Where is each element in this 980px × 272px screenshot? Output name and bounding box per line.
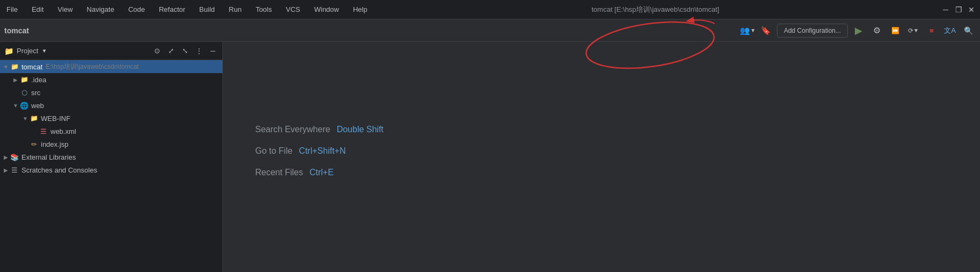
sidebar-title: Project — [17, 47, 38, 55]
menu-view[interactable]: View — [55, 4, 75, 15]
arrow-icon: ▼ — [21, 116, 29, 121]
menu-tools[interactable]: Tools — [254, 4, 274, 15]
people-icon: 👥 — [740, 26, 750, 35]
tree-item-webxml[interactable]: ☰ web.xml — [0, 125, 222, 138]
translate-button[interactable]: 文A — [942, 23, 957, 38]
menu-vcs[interactable]: VCS — [284, 4, 302, 15]
dropdown-arrow-icon: ▼ — [41, 48, 47, 54]
xml-icon: ☰ — [39, 126, 48, 136]
folder-icon: 📁 — [4, 47, 13, 55]
sidebar-expand-button[interactable]: ⤢ — [165, 46, 176, 56]
window-title: tomcat [E:\hsp培训\javaweb\csdn\tomcat] — [379, 5, 932, 15]
tree-item-external-libraries[interactable]: ▶ 📚 External Libraries — [0, 151, 222, 163]
project-title: tomcat — [4, 26, 29, 35]
run-icon: ▶ — [855, 25, 862, 37]
pin-icon: 🔖 — [761, 26, 771, 35]
gear-icon: ⚙ — [873, 25, 881, 35]
stop-button[interactable]: ■ — [924, 23, 939, 38]
hint-label-goto: Go to File — [255, 146, 292, 156]
menu-navigate[interactable]: Navigate — [84, 4, 116, 15]
hint-shortcut-goto: Ctrl+Shift+N — [299, 146, 345, 156]
menu-file[interactable]: File — [4, 4, 20, 15]
tree-item-indexjsp[interactable]: ✏ index.jsp — [0, 138, 222, 151]
pin-button[interactable]: 🔖 — [759, 23, 774, 38]
menu-code[interactable]: Code — [126, 4, 147, 15]
arrow-icon: ▼ — [12, 103, 19, 109]
search-icon: 🔍 — [964, 26, 973, 35]
sidebar-hide-button[interactable]: ─ — [207, 46, 218, 56]
hint-search-everywhere: Search Everywhere Double Shift — [255, 125, 980, 134]
tree-item-tomcat[interactable]: ▼ 📁 tomcat E:\hsp培训\javaweb\csdn\tomcat — [0, 60, 222, 73]
sidebar-sync-button[interactable]: ⊙ — [152, 46, 162, 56]
sidebar: 📁 Project ▼ ⊙ ⤢ ⤡ ⋮ ─ ▼ 📁 tomcat E:\hsp培… — [0, 42, 223, 272]
sidebar-header: 📁 Project ▼ ⊙ ⤢ ⤡ ⋮ ─ — [0, 42, 222, 60]
settings-button[interactable]: ⚙ — [869, 23, 884, 38]
menu-refactor[interactable]: Refactor — [157, 4, 188, 15]
hint-shortcut-recent: Ctrl+E — [309, 168, 334, 177]
scratches-icon: ☰ — [10, 165, 19, 175]
tree-item-scratches[interactable]: ▶ ☰ Scratches and Consoles — [0, 163, 222, 176]
main-area: 📁 Project ▼ ⊙ ⤢ ⤡ ⋮ ─ ▼ 📁 tomcat E:\hsp培… — [0, 42, 980, 272]
run-coverage-button[interactable]: ⏩ — [888, 23, 903, 38]
dropdown-arrow: ▼ — [750, 27, 755, 33]
add-configuration-button[interactable]: Add Configuration... — [777, 24, 848, 38]
arrow-placeholder — [12, 90, 19, 96]
arrow-icon: ▶ — [12, 77, 19, 83]
menu-build[interactable]: Build — [197, 4, 217, 15]
hint-recent-files: Recent Files Ctrl+E — [255, 168, 980, 177]
folder-icon: 📁 — [29, 113, 39, 123]
hint-label-recent: Recent Files — [255, 168, 303, 177]
arrow-icon: ▼ — [2, 64, 10, 70]
arrow-placeholder — [21, 141, 29, 147]
folder-blue-icon: 📁 — [19, 75, 29, 84]
search-button[interactable]: 🔍 — [961, 23, 976, 38]
src-icon: ⬡ — [19, 88, 29, 97]
title-bar: File Edit View Navigate Code Refactor Bu… — [0, 0, 980, 19]
tree-item-src[interactable]: ⬡ src — [0, 86, 222, 99]
menu-window[interactable]: Window — [312, 4, 341, 15]
collab-button[interactable]: 👥 ▼ — [740, 23, 755, 38]
profiler-icon: ⟳ — [908, 27, 913, 34]
profiler-dropdown-arrow: ▼ — [913, 27, 919, 33]
tree-label: .idea — [31, 76, 46, 84]
tree-label: web — [31, 102, 44, 110]
menu-run[interactable]: Run — [227, 4, 244, 15]
toolbar: tomcat 👥 ▼ 🔖 Add Configuration... ▶ ⚙ ⏩ … — [0, 19, 980, 42]
tree-item-web[interactable]: ▼ 🌐 web — [0, 99, 222, 112]
sidebar-options-button[interactable]: ⋮ — [193, 46, 204, 56]
hint-goto-file: Go to File Ctrl+Shift+N — [255, 146, 980, 156]
content-area: Search Everywhere Double Shift Go to Fil… — [223, 42, 980, 272]
tree-label: WEB-INF — [41, 114, 70, 123]
arrow-icon: ▶ — [2, 154, 10, 160]
jsp-icon: ✏ — [29, 139, 39, 149]
arrow-placeholder — [31, 128, 39, 134]
folder-purple-icon: 📁 — [10, 62, 19, 71]
sidebar-collapse-button[interactable]: ⤡ — [179, 46, 190, 56]
tree-item-webinf[interactable]: ▼ 📁 WEB-INF — [0, 112, 222, 125]
hint-shortcut-search: Double Shift — [337, 125, 384, 134]
profiler-button[interactable]: ⟳ ▼ — [906, 23, 921, 38]
menu-edit[interactable]: Edit — [30, 4, 46, 15]
minimize-button[interactable]: ─ — [941, 5, 950, 14]
menu-help[interactable]: Help — [351, 4, 370, 15]
arrow-icon: ▶ — [2, 167, 10, 173]
stop-icon: ■ — [929, 26, 934, 34]
run-button[interactable]: ▶ — [851, 23, 866, 38]
maximize-button[interactable]: ❐ — [954, 5, 963, 14]
tree-label: index.jsp — [41, 140, 68, 148]
library-icon: 📚 — [10, 152, 19, 162]
hint-label-search: Search Everywhere — [255, 125, 330, 134]
web-icon: 🌐 — [19, 101, 29, 110]
translate-icon: 文A — [944, 26, 956, 35]
coverage-icon: ⏩ — [891, 27, 899, 34]
tree-item-idea[interactable]: ▶ 📁 .idea — [0, 73, 222, 86]
tree-label: web.xml — [51, 127, 76, 135]
tree-label: src — [31, 89, 40, 97]
tree-label: tomcat — [21, 63, 42, 71]
tree-label: Scratches and Consoles — [21, 166, 97, 174]
close-button[interactable]: ✕ — [967, 5, 976, 14]
tree-path: E:\hsp培训\javaweb\csdn\tomcat — [46, 62, 139, 71]
window-controls: ─ ❐ ✕ — [941, 5, 976, 14]
tree-label: External Libraries — [21, 153, 76, 161]
